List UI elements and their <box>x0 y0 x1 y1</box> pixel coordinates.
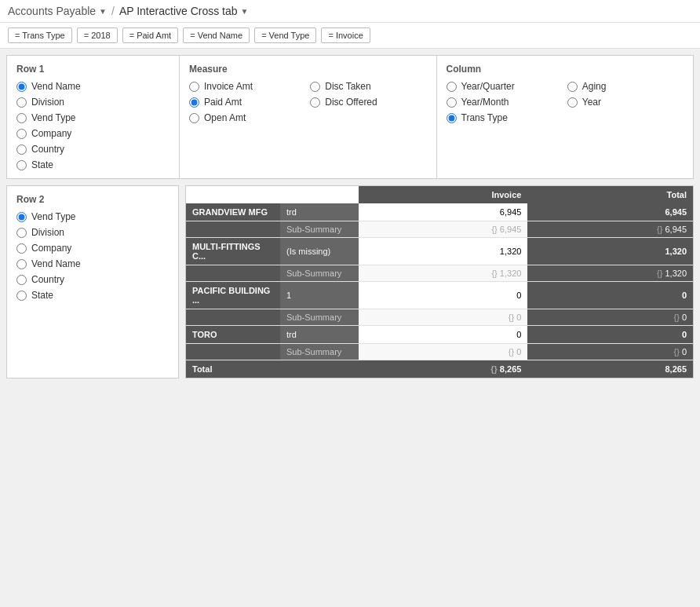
row2-option-3[interactable]: Vend Name <box>16 258 169 269</box>
main-content: Row 1 Vend NameDivisionVend TypeCompanyC… <box>0 49 700 385</box>
cell-subsummary-label: Sub-Summary <box>280 265 359 282</box>
column-options: Year/QuarterAgingYear/MonthYearTrans Typ… <box>447 81 684 123</box>
measure-option-4[interactable]: Open Amt <box>189 112 305 123</box>
row2-option-0[interactable]: Vend Type <box>16 211 169 222</box>
filter-chip-2[interactable]: = Paid Amt <box>122 27 179 43</box>
cell-total-subsummary: {} 1,320 <box>527 265 693 282</box>
cell-total-empty <box>280 360 359 378</box>
cell-invoice-val: 0 <box>359 282 527 309</box>
table-row: GRANDVIEW MFGtrd6,9456,945 <box>186 203 693 221</box>
row1-option-5[interactable]: State <box>16 159 170 170</box>
column-option-3[interactable]: Year <box>567 97 684 108</box>
cell-vendor-name: MULTI-FITTINGS C... <box>186 238 280 265</box>
column-option-1[interactable]: Aging <box>567 81 684 92</box>
cell-total-val: 1,320 <box>527 238 693 265</box>
measure-option-2[interactable]: Paid Amt <box>189 97 305 108</box>
cell-invoice-subsummary: {} 6,945 <box>359 221 527 238</box>
column-option-4[interactable]: Trans Type <box>447 112 563 123</box>
title-dropdown-icon[interactable]: ▼ <box>241 7 249 16</box>
breadcrumb-separator: / <box>111 5 115 17</box>
table-row: Sub-Summary{} 0{} 0 <box>186 309 693 326</box>
row1-option-1[interactable]: Division <box>16 97 170 108</box>
cell-total-subsummary: {} 6,945 <box>527 221 693 238</box>
cross-tab-table: Invoice Total GRANDVIEW MFGtrd6,9456,945… <box>186 186 693 378</box>
cell-trans-type: trd <box>280 203 359 221</box>
row2-option-label-2: Company <box>31 243 71 254</box>
row1-option-3[interactable]: Company <box>16 128 170 139</box>
table-header-row: Invoice Total <box>186 186 693 203</box>
cell-total-total: 8,265 <box>527 360 693 378</box>
cell-invoice-subsummary: {} 0 <box>359 309 527 326</box>
table-row: TOROtrd00 <box>186 326 693 344</box>
cell-subsummary-label: Sub-Summary <box>280 221 359 238</box>
col-header-invoice: Invoice <box>359 186 527 203</box>
cell-vendor-empty <box>186 344 280 360</box>
measure-option-label-3: Disc Offered <box>325 97 377 108</box>
table-row: Sub-Summary{} 6,945{} 6,945 <box>186 221 693 238</box>
cell-total-subsummary: {} 0 <box>527 344 693 360</box>
cell-subsummary-label: Sub-Summary <box>280 309 359 326</box>
filter-chip-5[interactable]: = Invoice <box>321 27 370 43</box>
title-bar: Accounts Payable ▼ / AP Interactive Cros… <box>0 0 700 23</box>
row1-option-2[interactable]: Vend Type <box>16 112 170 123</box>
top-panels: Row 1 Vend NameDivisionVend TypeCompanyC… <box>6 55 694 179</box>
cell-total-val: 0 <box>527 282 693 309</box>
row1-options: Vend NameDivisionVend TypeCompanyCountry… <box>16 81 170 170</box>
page-title: AP Interactive Cross tab <box>119 5 238 17</box>
col-header-total: Total <box>527 186 693 203</box>
measure-option-label-0: Invoice Amt <box>204 81 253 92</box>
row2-options: Vend TypeDivisionCompanyVend NameCountry… <box>16 211 169 301</box>
cell-invoice-subsummary: {} 0 <box>359 344 527 360</box>
row2-option-5[interactable]: State <box>16 290 169 301</box>
row2-option-1[interactable]: Division <box>16 227 169 238</box>
measure-title: Measure <box>189 64 427 75</box>
row1-option-label-0: Vend Name <box>31 81 81 92</box>
cell-trans-type: trd <box>280 326 359 344</box>
column-option-label-3: Year <box>582 97 601 108</box>
measure-option-label-1: Disc Taken <box>325 81 370 92</box>
row2-option-4[interactable]: Country <box>16 274 169 285</box>
row2-panel: Row 2 Vend TypeDivisionCompanyVend NameC… <box>6 185 179 378</box>
filter-chip-4[interactable]: = Vend Type <box>254 27 316 43</box>
filter-bar: = Trans Type= 2018= Paid Amt= Vend Name=… <box>0 23 700 49</box>
measure-option-3[interactable]: Disc Offered <box>310 97 426 108</box>
column-option-label-1: Aging <box>582 81 607 92</box>
table-row: Sub-Summary{} 0{} 0 <box>186 344 693 360</box>
row2-option-label-0: Vend Type <box>31 211 76 222</box>
filter-chip-1[interactable]: = 2018 <box>77 27 118 43</box>
cell-invoice-val: 0 <box>359 326 527 344</box>
data-table-container: Invoice Total GRANDVIEW MFGtrd6,9456,945… <box>185 185 694 378</box>
table-row: PACIFIC BUILDING ...100 <box>186 282 693 309</box>
row2-option-label-5: State <box>31 290 53 301</box>
cell-subsummary-label: Sub-Summary <box>280 344 359 360</box>
row1-option-label-5: State <box>31 159 53 170</box>
column-option-2[interactable]: Year/Month <box>447 97 563 108</box>
cell-vendor-name: TORO <box>186 326 280 344</box>
measure-option-0[interactable]: Invoice Amt <box>189 81 305 92</box>
row1-option-label-2: Vend Type <box>31 112 76 123</box>
cell-total-invoice: {} 8,265 <box>359 360 527 378</box>
row2-option-2[interactable]: Company <box>16 243 169 254</box>
column-option-label-2: Year/Month <box>461 97 509 108</box>
column-option-label-0: Year/Quarter <box>461 81 515 92</box>
row1-option-label-1: Division <box>31 97 64 108</box>
cell-vendor-empty <box>186 265 280 282</box>
filter-chip-0[interactable]: = Trans Type <box>8 27 72 43</box>
cell-invoice-val: 1,320 <box>359 238 527 265</box>
cell-vendor-empty <box>186 221 280 238</box>
row2-option-label-3: Vend Name <box>31 258 81 269</box>
measure-panel: Measure Invoice AmtDisc TakenPaid AmtDis… <box>180 56 437 178</box>
breadcrumb-link[interactable]: Accounts Payable <box>8 5 96 17</box>
row1-option-0[interactable]: Vend Name <box>16 81 170 92</box>
row1-option-label-3: Company <box>31 128 71 139</box>
table-row: MULTI-FITTINGS C...(Is missing)1,3201,32… <box>186 238 693 265</box>
cell-invoice-subsummary: {} 1,320 <box>359 265 527 282</box>
column-option-label-4: Trans Type <box>461 112 508 123</box>
row1-panel: Row 1 Vend NameDivisionVend TypeCompanyC… <box>7 56 180 178</box>
filter-chip-3[interactable]: = Vend Name <box>183 27 250 43</box>
cell-total-subsummary: {} 0 <box>527 309 693 326</box>
breadcrumb-dropdown-icon[interactable]: ▼ <box>99 7 107 16</box>
column-option-0[interactable]: Year/Quarter <box>447 81 563 92</box>
measure-option-1[interactable]: Disc Taken <box>310 81 426 92</box>
row1-option-4[interactable]: Country <box>16 144 170 155</box>
